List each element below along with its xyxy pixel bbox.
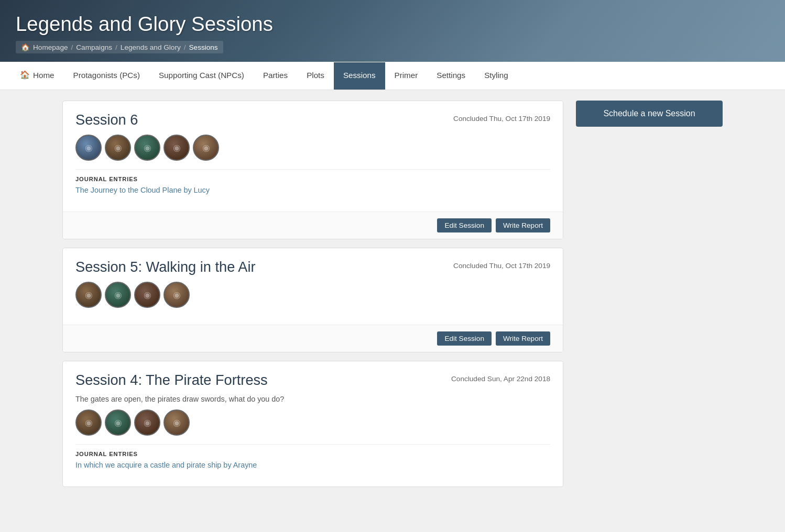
avatar-s5-3 — [134, 282, 160, 308]
session-6-journal: JOURNAL ENTRIES The Journey to the Cloud… — [75, 176, 550, 195]
breadcrumb-campaigns[interactable]: Campaigns — [76, 43, 112, 51]
session-4-date: Concluded Sun, Apr 22nd 2018 — [451, 372, 550, 383]
session-6-title: Session 6 — [75, 112, 138, 128]
divider — [75, 169, 550, 170]
nav-primer[interactable]: Primer — [385, 62, 428, 90]
page-title: Legends and Glory Sessions — [16, 13, 769, 36]
avatar-s4-2 — [105, 409, 131, 436]
session-4-journal: JOURNAL ENTRIES In which we acquire a ca… — [75, 451, 550, 470]
divider-4 — [75, 444, 550, 445]
main-content: Session 6 Concluded Thu, Oct 17th 2019 J… — [62, 101, 563, 487]
session-card-4: Session 4: The Pirate Fortress Concluded… — [62, 361, 563, 487]
avatar-s4-1 — [75, 409, 102, 436]
breadcrumb-current: Sessions — [189, 43, 218, 51]
main-navigation: 🏠 Home Protagonists (PCs) Supporting Cas… — [0, 62, 785, 90]
session-4-avatars — [75, 409, 550, 436]
session-6-date: Concluded Thu, Oct 17th 2019 — [453, 112, 550, 123]
breadcrumb: 🏠 Homepage / Campaigns / Legends and Glo… — [16, 41, 223, 53]
journal-label-4: JOURNAL ENTRIES — [75, 451, 550, 457]
session-6-footer: Edit Session Write Report — [63, 212, 563, 239]
nav-sessions[interactable]: Sessions — [334, 62, 385, 90]
nav-styling[interactable]: Styling — [475, 62, 518, 90]
session-5-footer: Edit Session Write Report — [63, 325, 563, 352]
session-4-description: The gates are open, the pirates draw swo… — [75, 395, 550, 403]
session-6-avatars — [75, 135, 550, 161]
breadcrumb-legends-glory[interactable]: Legends and Glory — [121, 43, 181, 51]
breadcrumb-homepage[interactable]: Homepage — [33, 43, 68, 51]
session-card-6: Session 6 Concluded Thu, Oct 17th 2019 J… — [62, 101, 563, 239]
schedule-session-button[interactable]: Schedule a new Session — [576, 101, 723, 127]
nav-parties[interactable]: Parties — [254, 62, 297, 90]
edit-session-5-button[interactable]: Edit Session — [437, 331, 492, 346]
nav-protagonists[interactable]: Protagonists (PCs) — [64, 62, 149, 90]
nav-home[interactable]: 🏠 Home — [10, 62, 64, 90]
journal-link-6[interactable]: The Journey to the Cloud Plane by Lucy — [75, 186, 210, 194]
avatar-5 — [193, 135, 219, 161]
avatar-4 — [163, 135, 190, 161]
avatar-s5-1 — [75, 282, 102, 308]
edit-session-6-button[interactable]: Edit Session — [437, 218, 492, 232]
avatar-s4-4 — [163, 409, 190, 436]
journal-label: JOURNAL ENTRIES — [75, 176, 550, 182]
nav-plots[interactable]: Plots — [297, 62, 334, 90]
page-layout: Session 6 Concluded Thu, Oct 17th 2019 J… — [52, 90, 733, 497]
sidebar: Schedule a new Session — [576, 101, 723, 487]
avatar-2 — [105, 135, 131, 161]
session-5-date: Concluded Thu, Oct 17th 2019 — [453, 259, 550, 270]
nav-settings[interactable]: Settings — [427, 62, 475, 90]
home-icon: 🏠 — [20, 70, 30, 80]
nav-supporting-cast[interactable]: Supporting Cast (NPCs) — [149, 62, 254, 90]
avatar-s5-4 — [163, 282, 190, 308]
session-5-title: Session 5: Walking in the Air — [75, 259, 256, 275]
site-header: Legends and Glory Sessions 🏠 Homepage / … — [0, 0, 785, 62]
session-5-avatars — [75, 282, 550, 308]
session-4-title: Session 4: The Pirate Fortress — [75, 372, 268, 389]
session-card-5: Session 5: Walking in the Air Concluded … — [62, 248, 563, 352]
avatar-1 — [75, 135, 102, 161]
home-icon: 🏠 — [21, 43, 30, 51]
write-report-5-button[interactable]: Write Report — [496, 331, 550, 346]
write-report-6-button[interactable]: Write Report — [496, 218, 550, 232]
avatar-s4-3 — [134, 409, 160, 436]
journal-link-4[interactable]: In which we acquire a castle and pirate … — [75, 461, 257, 469]
avatar-s5-2 — [105, 282, 131, 308]
avatar-3 — [134, 135, 160, 161]
